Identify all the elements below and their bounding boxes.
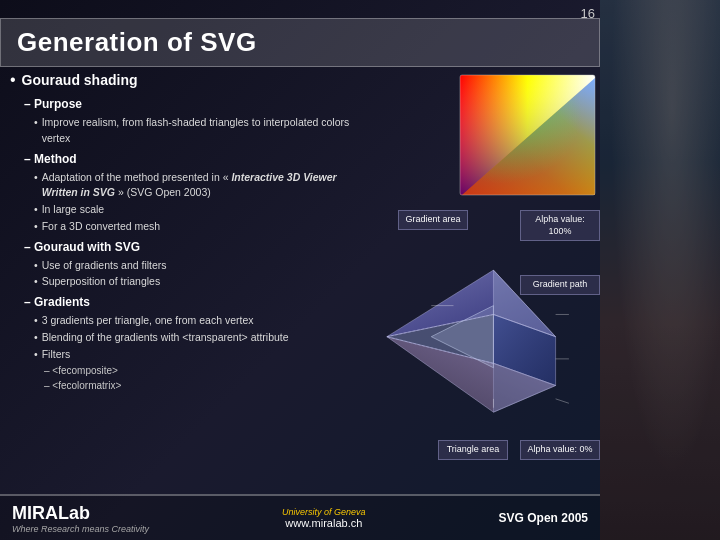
footer-conference: SVG Open 2005 (499, 511, 588, 525)
bullet-gradients-filters: Use of gradients and filters (34, 258, 370, 274)
footer: MIRALab Where Research means Creativity … (0, 494, 600, 540)
bullet-text: Superposition of triangles (42, 274, 161, 290)
bullet-text: 3 gradients per triangle, one from each … (42, 313, 254, 329)
section-gradients-header: Gradients (24, 293, 370, 311)
footer-left: MIRALab Where Research means Creativity (12, 503, 149, 534)
footer-logo: MIRALab (12, 503, 149, 524)
color-triangle-svg (440, 70, 600, 200)
bullet-blending: Blending of the gradients with <transpar… (34, 330, 370, 346)
bullet-text: Adaptation of the method presented in « … (42, 170, 370, 202)
main-bullet-gouraud: • Gouraud shading (10, 70, 370, 91)
section-purpose-header: Purpose (24, 95, 370, 113)
bullet-improve-realism: Improve realism, from flash-shaded trian… (34, 115, 370, 147)
bullet-adaptation: Adaptation of the method presented in « … (34, 170, 370, 202)
section-gouraud-svg-header: Gouraud with SVG (24, 238, 370, 256)
label-gradient-path: Gradient path (520, 275, 600, 295)
main-content: • Gouraud shading Purpose Improve realis… (10, 70, 600, 490)
label-alpha-bottom: Alpha value: 0% (520, 440, 600, 460)
main-topic-label: Gouraud shading (22, 70, 138, 91)
diamond-diagram: Gradient area Alpha value: 100% Gradient… (378, 210, 600, 490)
footer-url: www.miralab.ch (282, 517, 366, 529)
bullet-superposition: Superposition of triangles (34, 274, 370, 290)
bullet-text: Improve realism, from flash-shaded trian… (42, 115, 370, 147)
slide-title: Generation of SVG (17, 27, 583, 58)
section-gradients: Gradients 3 gradients per triangle, one … (24, 293, 370, 393)
color-triangle (440, 70, 600, 200)
bullet-converted-mesh: For a 3D converted mesh (34, 219, 370, 235)
label-triangle-area: Triangle area (438, 440, 508, 460)
bullet-filters: Filters (34, 347, 370, 363)
title-bar: Generation of SVG (0, 18, 600, 67)
sub-filter-fecomposite: – <fecomposite> (44, 363, 370, 378)
bullet-text: In large scale (42, 202, 104, 218)
svg-line-20 (556, 399, 569, 403)
label-gradient-area: Gradient area (398, 210, 468, 230)
portrait-image (600, 0, 720, 540)
diagram-column: Gradient area Alpha value: 100% Gradient… (378, 70, 600, 490)
section-purpose: Purpose Improve realism, from flash-shad… (24, 95, 370, 147)
bullet-text: Use of gradients and filters (42, 258, 167, 274)
section-gouraud-svg: Gouraud with SVG Use of gradients and fi… (24, 238, 370, 291)
bullet-text: For a 3D converted mesh (42, 219, 160, 235)
bullet-text: Filters (42, 347, 71, 363)
footer-center: University of Geneva www.miralab.ch (282, 507, 366, 529)
footer-tagline: Where Research means Creativity (12, 524, 149, 534)
bullet-large-scale: In large scale (34, 202, 370, 218)
section-method-header: Method (24, 150, 370, 168)
bullet-dot: • (10, 70, 16, 89)
bullet-text: Blending of the gradients with <transpar… (42, 330, 289, 346)
section-method: Method Adaptation of the method presente… (24, 150, 370, 235)
sub-filter-fecolormatrix: – <fecolormatrix> (44, 378, 370, 393)
footer-university: University of Geneva (282, 507, 366, 517)
text-column: • Gouraud shading Purpose Improve realis… (10, 70, 370, 490)
bullet-3-gradients: 3 gradients per triangle, one from each … (34, 313, 370, 329)
label-alpha-top: Alpha value: 100% (520, 210, 600, 241)
